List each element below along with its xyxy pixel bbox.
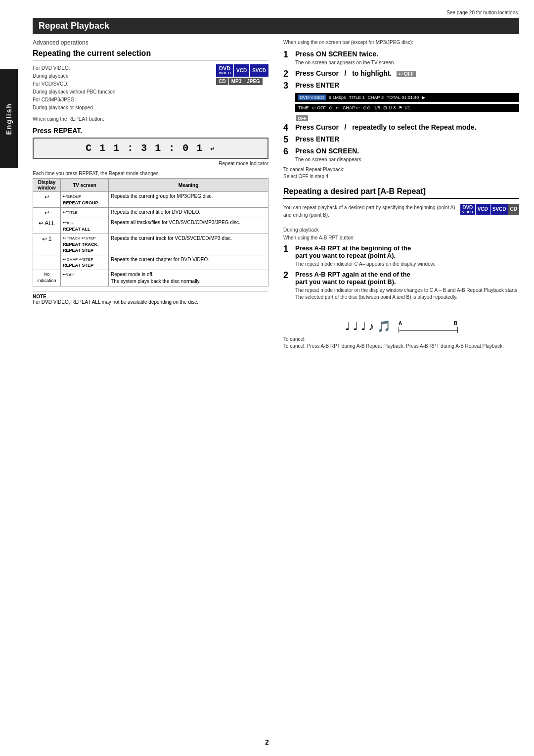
section2-heading: Repeating a desired part [A-B Repeat]	[283, 187, 519, 199]
wave-figure-1: ♩	[345, 320, 350, 333]
bar-dot2: ⊙⊙	[363, 105, 371, 110]
row3-tv: ↩ALL REPEAT ALL	[61, 218, 109, 234]
svg-text:B: B	[454, 321, 457, 326]
dvd-desc: During playback	[33, 72, 115, 80]
s2-badge-svcd: SVCD	[490, 204, 508, 215]
step-6: 6 Press ON SCREEN. The on-screen bar dis…	[283, 147, 519, 163]
disc-info-row: For DVD VIDEO: During playback For VCD/S…	[33, 64, 268, 112]
during-playback-label: During playback	[283, 227, 519, 234]
vcd-label: For VCD/SVCD:	[33, 80, 115, 88]
bar-1-1: ⚑ 1/1	[399, 105, 410, 110]
step-1: 1 Press ON SCREEN twice. The on-screen b…	[283, 50, 519, 66]
row3-display: ↩ ALL	[33, 218, 61, 234]
step-a1-desc: The repeat mode indicator C A– appears o…	[295, 261, 519, 268]
when-using-rpt-label: When using the A-B RPT button:	[283, 235, 519, 241]
step-4: 4 Press Cursor / repeatedly to select th…	[283, 123, 519, 132]
row2-meaning: Repeats the current title for DVD VIDEO.	[109, 207, 268, 218]
bar-play-icon: ▶	[422, 95, 425, 100]
table-row: ↩ ↩GROUP REPEAT GROUP Repeats the curren…	[33, 192, 268, 208]
row1-tv: ↩GROUP REPEAT GROUP	[61, 192, 109, 208]
table-row: ↩ ALL ↩ALL REPEAT ALL Repeats all tracks…	[33, 218, 268, 234]
bar-total: TOTAL 01:01:40	[387, 95, 419, 100]
step1-title: Press ON SCREEN twice.	[295, 50, 519, 58]
section2-intro: You can repeat playback of a desired par…	[283, 204, 519, 223]
note-text: For DVD VIDEO, REPEAT ALL may not be ava…	[33, 299, 268, 305]
repeat-table: Displaywindow TV screen Meaning ↩ ↩GROUP…	[33, 178, 268, 286]
row4-display: ↩ 1	[33, 234, 61, 255]
language-tab: English	[0, 69, 18, 168]
note-label: NOTE	[33, 294, 46, 299]
adv-ops-label: Advanced operations	[33, 39, 268, 46]
row2-display: ↩	[33, 207, 61, 218]
badge-dvd: DVD VIDEO	[216, 64, 233, 77]
step4-title: Press Cursor / repeatedly to select the …	[295, 123, 519, 132]
vcd-desc: During playback without PBC function	[33, 88, 115, 96]
bar-chap: CHAP 3	[368, 95, 384, 100]
step-a2: 2 Press A-B RPT again at the end of thep…	[283, 271, 519, 301]
display-note: Repeat mode indicator	[33, 161, 268, 166]
wave-ab-line: A B	[399, 313, 458, 333]
col-tv: TV screen	[61, 179, 109, 192]
table-row: ↩CHAP ↩STEP REPEAT STEP Repeats the curr…	[33, 255, 268, 270]
step-a1-title: Press A-B RPT at the beginning of thepar…	[295, 244, 519, 260]
row6-meaning: Repeat mode is off.The system plays back…	[109, 270, 268, 286]
row4-meaning: Repeats the current track for VCD/SVCD/C…	[109, 234, 268, 255]
row1-display: ↩	[33, 192, 61, 208]
bar-repeat-arr: ↩	[336, 105, 340, 110]
wave-figure-4: ♪	[369, 320, 374, 333]
row1-meaning: Repeats the current group for MP3/JPEG d…	[109, 192, 268, 208]
disc-info-text: For DVD VIDEO: During playback For VCD/S…	[33, 64, 115, 112]
bar-title: TITLE 1	[349, 95, 365, 100]
section-title: Repeat Playback	[33, 18, 519, 34]
page-number: 2	[265, 738, 269, 746]
row5-tv: ↩CHAP ↩STEP REPEAT STEP	[61, 255, 109, 270]
step1-desc: The on-screen bar appears on the TV scre…	[295, 59, 519, 66]
col-meaning: Meaning	[109, 179, 268, 192]
when-using-repeat-note: When using the REPEAT button:	[33, 116, 268, 123]
each-time-note: Each time you press REPEAT, the Repeat m…	[33, 170, 268, 177]
badge-svcd: SVCD	[249, 64, 268, 77]
when-using-onscreen: When using the on-screen bar (except for…	[283, 39, 519, 46]
table-row: Noindication ↩OFF Repeat mode is off.The…	[33, 270, 268, 286]
step-a1: 1 Press A-B RPT at the beginning of thep…	[283, 244, 519, 268]
s2-badge-dvd: DVD VIDEO	[460, 204, 475, 215]
row6-display: Noindication	[33, 270, 61, 286]
cd-desc: During playback or stopped	[33, 104, 115, 112]
bar-1-3: ⊞ 1/ 3	[383, 105, 396, 110]
row5-display	[33, 255, 61, 270]
cancel-ab-note: To cancel: To cancel: Press A-B RPT duri…	[283, 336, 519, 350]
wave-figure-3: ♩	[361, 320, 366, 333]
section2-desc: You can repeat playback of a desired par…	[283, 204, 455, 219]
step2-title: Press Cursor / to highlight. ↩ OFF	[295, 69, 519, 78]
off-badge: OFF	[296, 115, 308, 121]
press-repeat-label: Press REPEAT.	[33, 127, 268, 135]
dvd-label: For DVD VIDEO:	[33, 64, 115, 72]
step-a2-title: Press A-B RPT again at the end of thepar…	[295, 271, 519, 286]
section2-badges: DVD VIDEO VCD SVCD CD	[460, 204, 519, 223]
bar-repeat-off: ↩ OFF	[312, 105, 326, 110]
disc-badges: DVD VIDEO VCD SVCD CD MP3 JPEG	[216, 64, 268, 112]
s2-badge-cd: CD	[508, 204, 519, 215]
bar-time: TIME	[298, 105, 309, 110]
svg-text:A: A	[399, 321, 402, 326]
wave-figure-5: 🎵	[377, 320, 391, 333]
step6-title: Press ON SCREEN.	[295, 147, 519, 155]
row4-tv: ↩TRACK ↩STEP REPEAT TRACK,REPEAT STEP	[61, 234, 109, 255]
right-column: When using the on-screen bar (except for…	[283, 39, 519, 350]
note-section: NOTE For DVD VIDEO, REPEAT ALL may not b…	[33, 291, 268, 305]
step3-title: Press ENTER	[295, 81, 519, 90]
step6-desc: The on-screen bar disappears.	[295, 156, 519, 163]
row6-tv: ↩OFF	[61, 270, 109, 286]
onscreen-bar: DVD-VIDEO 6.1Mbps TITLE 1 CHAP 3 TOTAL 0…	[295, 93, 519, 102]
display-box: C 1 1 : 3 1 : 0 1 ↩	[33, 138, 268, 159]
wave-illustration: ♩ ♩ ♩ ♪ 🎵	[283, 306, 519, 333]
top-note: See page 20 for button locations.	[33, 10, 519, 15]
bar-1-8: 1/8	[374, 105, 380, 110]
badge-vcd: VCD	[233, 64, 249, 77]
table-row: ↩ ↩TITLE Repeats the current title for D…	[33, 207, 268, 218]
bar-bitrate: 6.1Mbps	[329, 95, 346, 100]
left-column: Advanced operations Repeating the curren…	[33, 39, 268, 350]
step-2: 2 Press Cursor / to highlight. ↩ OFF	[283, 69, 519, 78]
row3-meaning: Repeats all tracks/files for VCD/SVCD/CD…	[109, 218, 268, 234]
badge-jpeg: JPEG	[244, 78, 263, 85]
